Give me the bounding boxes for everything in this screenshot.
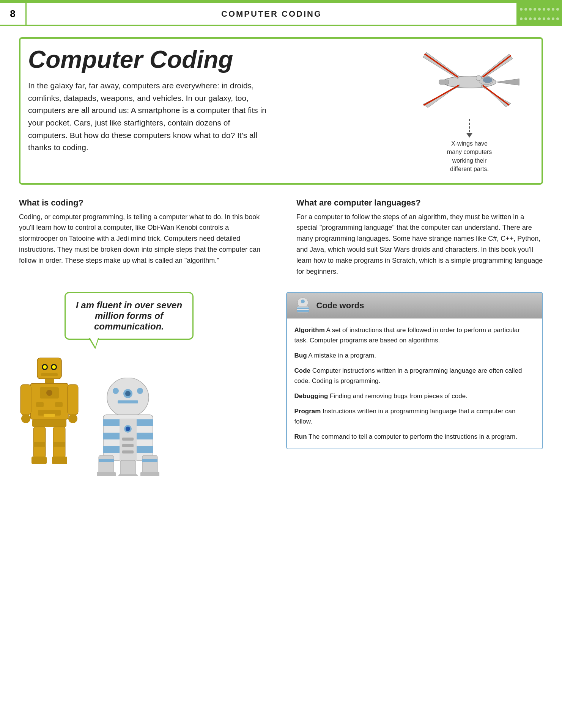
- bottom-section: I am fluent in over seven million forms …: [19, 292, 543, 469]
- svg-marker-12: [496, 79, 519, 86]
- svg-rect-19: [41, 373, 58, 376]
- code-word-code: Code Computer instructions written in a …: [294, 366, 535, 386]
- svg-point-41: [125, 391, 131, 396]
- code-words-header: Code words: [287, 293, 543, 318]
- svg-point-18: [52, 365, 56, 369]
- column-left: What is coding? Coding, or computer prog…: [19, 198, 281, 277]
- svg-rect-56: [142, 455, 157, 474]
- svg-rect-66: [297, 308, 309, 309]
- what-are-languages-heading: What are computer languages?: [296, 198, 543, 208]
- code-word-bug: Bug A mistake in a program.: [294, 351, 535, 361]
- svg-rect-35: [68, 384, 78, 415]
- xwing-annotation: [466, 119, 472, 138]
- svg-rect-61: [120, 460, 136, 475]
- svg-rect-31: [53, 442, 65, 447]
- svg-rect-54: [122, 450, 134, 453]
- main-content: Computer Coding In the galaxy far, far a…: [0, 26, 562, 480]
- svg-point-43: [137, 388, 143, 394]
- two-column: What is coding? Coding, or computer prog…: [19, 198, 543, 277]
- svg-rect-27: [32, 419, 66, 427]
- svg-rect-44: [118, 400, 138, 403]
- droids-area: I am fluent in over seven million forms …: [19, 292, 275, 469]
- speech-bubble: I am fluent in over seven million forms …: [65, 292, 194, 340]
- svg-rect-59: [99, 459, 114, 462]
- svg-point-42: [113, 388, 119, 394]
- svg-point-64: [301, 300, 305, 303]
- svg-line-7: [483, 85, 509, 105]
- xwing-caption: X-wings have many computers working thei…: [447, 140, 492, 174]
- svg-rect-30: [33, 442, 46, 447]
- svg-rect-62: [118, 474, 138, 476]
- xwing-area: X-wings have many computers working thei…: [409, 42, 530, 174]
- svg-rect-32: [31, 457, 47, 464]
- r2d2-figure: [95, 378, 159, 469]
- svg-line-5: [483, 55, 511, 77]
- what-are-languages-text: For a computer to follow the steps of an…: [296, 212, 543, 277]
- header-title: COMPUTER CODING: [221, 9, 322, 19]
- svg-rect-57: [97, 472, 116, 476]
- svg-rect-52: [122, 438, 134, 441]
- intro-text: In the galaxy far, far away, computers a…: [28, 80, 271, 154]
- svg-point-36: [21, 414, 30, 423]
- svg-point-23: [46, 390, 52, 396]
- svg-line-11: [423, 85, 459, 105]
- svg-rect-25: [55, 402, 63, 407]
- svg-rect-60: [142, 459, 157, 462]
- header: 8 COMPUTER CODING: [0, 3, 562, 26]
- code-words-box: Code words Algorithm A set of instructio…: [286, 292, 543, 449]
- svg-line-9: [425, 54, 458, 77]
- code-word-debugging: Debugging Finding and removing bugs from…: [294, 391, 535, 401]
- svg-rect-53: [122, 444, 134, 447]
- svg-rect-58: [140, 472, 159, 476]
- code-words-title: Code words: [316, 301, 364, 311]
- what-is-coding-heading: What is coding?: [19, 198, 266, 208]
- page-main-title: Computer Coding: [28, 46, 401, 73]
- column-right: What are computer languages? For a compu…: [281, 198, 543, 277]
- title-section: Computer Coding In the galaxy far, far a…: [19, 37, 543, 185]
- code-words-body: Algorithm A set of instructions that are…: [287, 318, 543, 449]
- r2d2-small-icon: [294, 297, 311, 314]
- svg-rect-3: [439, 80, 449, 84]
- svg-point-51: [126, 427, 130, 431]
- title-text-area: Computer Coding In the galaxy far, far a…: [28, 46, 401, 154]
- code-word-program: Program Instructions written in a progra…: [294, 406, 535, 427]
- svg-rect-38: [44, 414, 55, 417]
- svg-rect-24: [36, 402, 44, 407]
- svg-point-13: [476, 75, 482, 81]
- svg-rect-20: [45, 379, 54, 383]
- c3po-figure: [19, 355, 80, 469]
- svg-rect-33: [52, 457, 67, 464]
- what-is-coding-text: Coding, or computer programming, is tell…: [19, 212, 266, 266]
- header-decoration: [516, 3, 562, 25]
- code-word-algorithm: Algorithm A set of instructions that are…: [294, 325, 535, 345]
- droids-row: [19, 355, 159, 469]
- header-title-box: COMPUTER CODING: [27, 3, 516, 25]
- svg-rect-55: [99, 455, 114, 474]
- xwing-image: [416, 42, 523, 118]
- svg-point-17: [43, 365, 47, 369]
- code-word-run: Run The command to tell a computer to pe…: [294, 432, 535, 442]
- svg-rect-67: [297, 310, 309, 312]
- svg-point-37: [68, 414, 77, 423]
- svg-rect-34: [20, 384, 31, 415]
- svg-point-2: [483, 77, 493, 83]
- page-number: 8: [0, 3, 27, 25]
